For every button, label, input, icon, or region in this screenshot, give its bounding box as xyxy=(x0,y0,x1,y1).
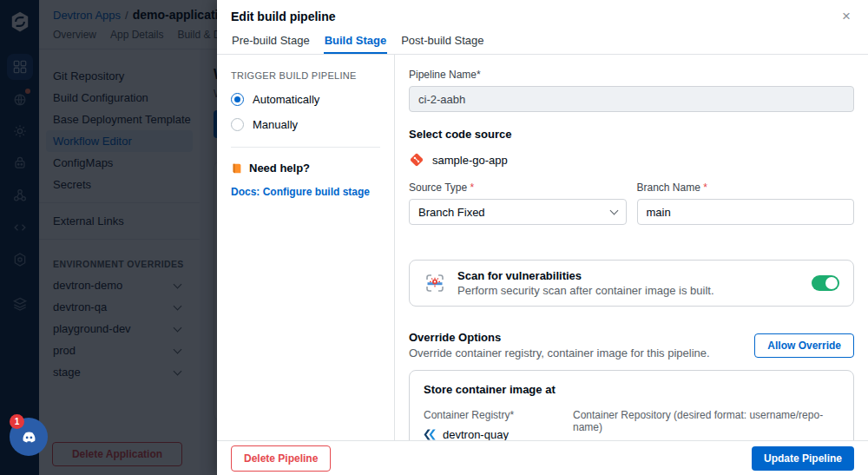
scan-title: Scan for vulnerabilities xyxy=(457,269,714,282)
scan-vulnerabilities-card: Scan for vulnerabilities Perform securit… xyxy=(409,260,854,307)
tab-post-build-stage[interactable]: Post-build Stage xyxy=(400,32,484,54)
source-branch-row: Source Type * Branch Fixed Branch Name * xyxy=(409,181,854,225)
discord-icon xyxy=(17,426,41,449)
override-options-row: Override Options Override container regi… xyxy=(409,331,854,360)
source-type-label: Source Type * xyxy=(409,181,627,194)
container-registry-value: devtron-quay xyxy=(424,428,573,440)
delete-pipeline-button[interactable]: Delete Pipeline xyxy=(231,445,331,472)
close-icon[interactable]: × xyxy=(842,9,851,23)
stage-tabbar: Pre-build Stage Build Stage Post-build S… xyxy=(217,32,868,55)
container-repository-col: Container Repository (desired format: us… xyxy=(573,409,839,440)
need-help-row: Need help? xyxy=(231,162,380,175)
override-options-title: Override Options xyxy=(409,331,710,344)
docs-configure-build-stage-link[interactable]: Docs: Configure build stage xyxy=(231,186,380,198)
select-code-source-heading: Select code source xyxy=(409,128,854,141)
book-icon xyxy=(231,162,243,175)
scan-icon xyxy=(424,272,446,294)
branch-name-label: Branch Name * xyxy=(637,181,855,194)
modal-footer: Delete Pipeline Update Pipeline xyxy=(217,440,868,475)
update-pipeline-button[interactable]: Update Pipeline xyxy=(752,446,854,471)
source-type-select[interactable]: Branch Fixed xyxy=(409,199,627,225)
chevron-down-icon xyxy=(609,207,618,215)
pipeline-name-label: Pipeline Name* xyxy=(409,69,854,81)
build-stage-form: Pipeline Name* Select code source sample… xyxy=(395,55,868,440)
scan-text: Scan for vulnerabilities Perform securit… xyxy=(457,269,714,297)
quay-icon xyxy=(424,428,437,440)
radio-selected-icon xyxy=(231,93,244,106)
container-registry-label: Container Registry* xyxy=(424,409,573,421)
branch-name-field: Branch Name * xyxy=(637,181,855,225)
override-options-description: Override container registry, container i… xyxy=(409,346,710,360)
tab-pre-build-stage[interactable]: Pre-build Stage xyxy=(231,32,311,54)
tab-build-stage[interactable]: Build Stage xyxy=(324,32,388,54)
radio-manually[interactable]: Manually xyxy=(231,118,380,131)
store-heading: Store container image at xyxy=(424,383,839,396)
divider xyxy=(231,147,380,148)
notification-badge: 1 xyxy=(10,414,24,429)
modal-body: TRIGGER BUILD PIPELINE Automatically Man… xyxy=(217,55,868,440)
pipeline-name-input[interactable] xyxy=(409,86,854,112)
repo-name: sample-go-app xyxy=(432,154,508,167)
devtron-app-screen: Devtron Apps / demo-application Overview… xyxy=(0,0,868,475)
radio-unselected-icon xyxy=(231,118,244,131)
scan-toggle-on[interactable] xyxy=(812,275,839,291)
container-registry-col: Container Registry* devtron-quay xyxy=(424,409,573,440)
trigger-build-pipeline-label: TRIGGER BUILD PIPELINE xyxy=(231,70,380,81)
override-text: Override Options Override container regi… xyxy=(409,331,710,360)
trigger-panel: TRIGGER BUILD PIPELINE Automatically Man… xyxy=(217,55,395,440)
branch-name-input[interactable] xyxy=(637,199,855,225)
required-asterisk: * xyxy=(470,181,475,194)
radio-automatically[interactable]: Automatically xyxy=(231,93,380,106)
scan-description: Perform security scan after container im… xyxy=(457,284,714,297)
allow-override-button[interactable]: Allow Override xyxy=(754,333,854,358)
source-type-field: Source Type * Branch Fixed xyxy=(409,181,627,225)
modal-header: Edit build pipeline × xyxy=(217,0,868,32)
store-grid: Container Registry* devtron-quay Contain… xyxy=(424,409,839,440)
git-icon xyxy=(409,152,424,168)
edit-build-pipeline-modal: Edit build pipeline × Pre-build Stage Bu… xyxy=(217,0,868,475)
container-repository-label: Container Repository (desired format: us… xyxy=(573,409,839,433)
modal-title: Edit build pipeline xyxy=(231,10,336,23)
store-container-image-card: Store container image at Container Regis… xyxy=(409,370,854,440)
required-asterisk: * xyxy=(703,181,707,194)
git-repo-row: sample-go-app xyxy=(409,152,854,168)
